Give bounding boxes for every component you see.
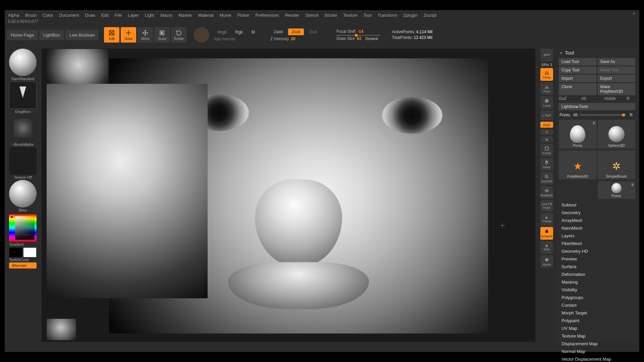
lightbox-tools-button[interactable]: Lightbox▸Tools bbox=[559, 103, 635, 110]
section-nanomesh[interactable]: NanoMesh bbox=[557, 224, 637, 232]
reference-image-small[interactable] bbox=[47, 49, 108, 86]
tool-thumb-sphere[interactable]: Sphere3D bbox=[598, 120, 636, 148]
menu-stencil[interactable]: Stencil bbox=[305, 13, 318, 18]
section-uvmap[interactable]: UV Map bbox=[557, 324, 637, 332]
section-layers[interactable]: Layers bbox=[557, 232, 637, 240]
menu-movie[interactable]: Movie bbox=[220, 13, 231, 18]
zsub-toggle[interactable]: Zsub bbox=[288, 28, 304, 35]
lsym-button[interactable]: L.Sym bbox=[540, 110, 553, 120]
menu-layer[interactable]: Layer bbox=[128, 13, 139, 18]
symmetry-axis-button[interactable]: (x)yz bbox=[540, 122, 553, 128]
sym-extra-1[interactable]: ⊙ bbox=[540, 129, 553, 135]
menu-file[interactable]: File bbox=[115, 13, 122, 18]
mrgb-toggle[interactable]: Mrgb bbox=[214, 29, 230, 36]
zintensity-slider[interactable]: Z Intensity 20 bbox=[270, 37, 320, 41]
linefill-button[interactable]: Line FillPolyF bbox=[540, 200, 553, 212]
nav-rotate-button[interactable]: Rotate3D bbox=[540, 186, 553, 199]
make-polymesh-button[interactable]: Make PolyMesh3D bbox=[598, 83, 636, 95]
section-visibility[interactable]: Visibility bbox=[557, 286, 637, 294]
scale-mode-button[interactable]: S Scale bbox=[154, 27, 170, 43]
tool-thumb-polymesh[interactable]: ★PolyMesh3D bbox=[559, 150, 597, 179]
goz-r-button[interactable]: R bbox=[627, 96, 635, 101]
material-selector[interactable] bbox=[9, 180, 37, 207]
section-displacementmap[interactable]: Displacement Map bbox=[557, 340, 637, 348]
section-masking[interactable]: Masking bbox=[557, 278, 637, 286]
export-button[interactable]: Export bbox=[598, 75, 636, 82]
sym-extra-2[interactable]: ⊕ bbox=[540, 136, 553, 142]
clone-button[interactable]: Clone bbox=[559, 83, 597, 95]
reference-image-large[interactable] bbox=[47, 84, 208, 298]
menu-tool[interactable]: Tool bbox=[364, 13, 372, 18]
persp-button[interactable]: Persp bbox=[540, 68, 553, 81]
section-deformation[interactable]: Deformation bbox=[557, 270, 637, 278]
focal-shift-slider[interactable]: Focal Shift -14 Draw Size 62 Dynamic bbox=[336, 29, 380, 41]
menu-render[interactable]: Render bbox=[285, 13, 300, 18]
brush-selector[interactable] bbox=[9, 49, 37, 76]
menu-light[interactable]: Light bbox=[145, 13, 154, 18]
goz-button[interactable]: GoZ bbox=[559, 96, 580, 101]
menu-macro[interactable]: Macro bbox=[160, 13, 172, 18]
reference-image-thumb[interactable] bbox=[47, 319, 76, 340]
goz-visible-button[interactable]: Visible bbox=[604, 96, 626, 101]
rgb-toggle[interactable]: Rgb bbox=[232, 29, 246, 36]
viewport-canvas[interactable] bbox=[42, 49, 535, 342]
section-contact[interactable]: Contact bbox=[557, 301, 637, 309]
nav-move-button[interactable]: Move bbox=[540, 158, 553, 171]
menu-texture[interactable]: Texture bbox=[343, 13, 358, 18]
floor-button[interactable]: Floor bbox=[540, 82, 553, 95]
pores-r-button[interactable]: R bbox=[628, 112, 635, 118]
section-geometry[interactable]: Geometry bbox=[557, 209, 637, 217]
transp-button[interactable]: ◐Transp bbox=[540, 213, 553, 226]
section-fibermesh[interactable]: FiberMesh bbox=[557, 240, 637, 247]
ghost-button[interactable]: Dynamic bbox=[540, 227, 553, 240]
frame-button[interactable]: Frame bbox=[540, 144, 553, 157]
menu-color[interactable]: Color bbox=[43, 13, 53, 18]
zcut-toggle[interactable]: Zcut bbox=[306, 28, 320, 35]
copy-tool-button[interactable]: Copy Tool bbox=[559, 66, 597, 74]
section-texturemap[interactable]: Texture Map bbox=[557, 332, 637, 340]
menu-transform[interactable]: Transform bbox=[377, 13, 397, 18]
tool-panel-header[interactable]: Tool bbox=[557, 49, 637, 57]
bpr-button[interactable]: BPR bbox=[540, 49, 553, 61]
draw-mode-button[interactable]: Draw bbox=[121, 27, 136, 43]
menu-zscript[interactable]: Zscript bbox=[424, 13, 437, 18]
section-geometryhd[interactable]: Geometry HD bbox=[557, 247, 637, 255]
menu-edit[interactable]: Edit bbox=[101, 13, 109, 18]
panel-collapse-icon[interactable]: ⌃ bbox=[632, 12, 636, 17]
import-button[interactable]: Import bbox=[559, 75, 597, 82]
zadd-toggle[interactable]: Zadd bbox=[270, 28, 286, 35]
rotate-mode-button[interactable]: Rotate bbox=[171, 27, 186, 43]
section-arraymesh[interactable]: ArrayMesh bbox=[557, 217, 637, 224]
menu-zplugin[interactable]: Zplugin bbox=[403, 13, 418, 18]
menu-draw[interactable]: Draw bbox=[85, 13, 95, 18]
section-polygroups[interactable]: Polygroups bbox=[557, 294, 637, 301]
menu-alpha[interactable]: Alpha bbox=[8, 13, 19, 18]
switch-color[interactable] bbox=[9, 248, 36, 257]
section-vectordisplacementmap[interactable]: Vector Displacement Map bbox=[557, 355, 637, 362]
alpha-selector[interactable] bbox=[9, 114, 37, 142]
menu-preferences[interactable]: Preferences bbox=[256, 13, 279, 18]
menu-stroke[interactable]: Stroke bbox=[324, 13, 337, 18]
menu-document[interactable]: Document bbox=[59, 13, 79, 18]
load-tool-button[interactable]: Load Tool bbox=[559, 58, 597, 65]
menu-brush[interactable]: Brush bbox=[25, 13, 37, 18]
local-button[interactable]: Local bbox=[540, 96, 553, 109]
active-material-swatch[interactable] bbox=[194, 27, 209, 43]
goz-all-button[interactable]: All bbox=[581, 96, 603, 101]
home-page-button[interactable]: Home Page bbox=[7, 30, 38, 40]
section-surface[interactable]: Surface bbox=[557, 263, 637, 270]
xpose-button[interactable]: Xpose bbox=[540, 255, 553, 268]
menu-picker[interactable]: Picker bbox=[237, 13, 250, 18]
menu-material[interactable]: Material bbox=[198, 13, 214, 18]
menu-marker[interactable]: Marker bbox=[178, 13, 192, 18]
zoom-button[interactable]: Zoom3D bbox=[540, 172, 553, 185]
tool-thumb-active[interactable]: 6 Pores bbox=[559, 120, 597, 148]
section-preview[interactable]: Preview bbox=[557, 255, 637, 263]
pores-slider[interactable]: Pores. 48 R bbox=[557, 111, 637, 119]
stroke-selector[interactable] bbox=[9, 81, 37, 109]
section-polypaint[interactable]: Polypaint bbox=[557, 317, 637, 324]
section-subtool[interactable]: Subtool bbox=[557, 201, 637, 209]
lightbox-button[interactable]: LightBox bbox=[39, 30, 64, 40]
texture-selector[interactable] bbox=[9, 147, 37, 175]
solo-button[interactable]: ◉Solo bbox=[540, 241, 553, 254]
